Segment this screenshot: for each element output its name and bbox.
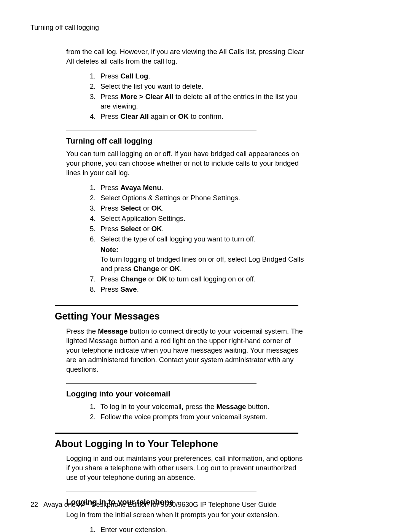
list-item-number: 4. <box>90 112 96 121</box>
list-item: 7.Press Change or OK to turn call loggin… <box>91 275 304 284</box>
section-body: You can turn call logging on or off. If … <box>66 149 304 295</box>
paragraph: from the call log. However, if you are v… <box>66 47 304 66</box>
list-item: 3.Press More > Clear All to delete all o… <box>91 92 304 111</box>
note-block: Note:To turn logging of bridged lines on… <box>100 245 304 274</box>
list-item-number: 1. <box>90 72 96 81</box>
list-item-number: 7. <box>90 275 96 284</box>
list-item-number: 1. <box>90 525 96 532</box>
list-item-number: 6. <box>90 235 96 244</box>
list-item-number: 4. <box>90 214 96 224</box>
document-page: Turning off call logging from the call l… <box>0 0 411 532</box>
list-item-text: Press Change or OK to turn call logging … <box>100 275 256 283</box>
list-item-text: Enter your extension. <box>100 526 167 532</box>
major-divider <box>55 433 298 434</box>
list-item-text: Press Clear All again or OK to confirm. <box>100 112 223 120</box>
list-item-text: To log in to your voicemail, press the M… <box>100 403 269 411</box>
ordered-list: 1.Press Call Log.2.Select the list you w… <box>91 72 304 121</box>
list-item-text: Press Call Log. <box>100 72 150 80</box>
divider <box>66 492 256 492</box>
list-item-text: Press More > Clear All to delete all of … <box>100 93 297 110</box>
list-item-text: Select the list you want to delete. <box>100 82 203 90</box>
list-item-text: Press Select or OK. <box>100 204 164 212</box>
list-item-number: 8. <box>90 285 96 294</box>
list-item-text: Press Select or OK. <box>100 225 164 233</box>
list-item-text: Select Application Settings. <box>100 214 185 222</box>
paragraph: Logging in and out maintains your prefer… <box>66 454 304 482</box>
list-item: 8.Press Save. <box>91 285 304 294</box>
list-item-number: 3. <box>90 92 96 102</box>
page-footer: 22 Avaya one-X™ Deskphone Edition for 96… <box>30 500 276 509</box>
list-item-text: Follow the voice prompts from your voice… <box>100 413 268 421</box>
list-item: 2.Select Options & Settings or Phone Set… <box>91 193 304 203</box>
note-body: To turn logging of bridged lines on or o… <box>100 255 304 274</box>
list-item: 1.Enter your extension. <box>91 525 304 532</box>
list-item: 2.Select the list you want to delete. <box>91 82 304 91</box>
divider <box>66 131 256 131</box>
page-number: 22 <box>30 501 38 508</box>
list-item: 1.Press Avaya Menu. <box>91 183 304 193</box>
note-label: Note: <box>100 245 304 255</box>
divider <box>66 383 256 384</box>
major-divider <box>55 305 298 306</box>
ordered-list: 1.Press Avaya Menu.2.Select Options & Se… <box>91 183 304 295</box>
list-item: 4.Press Clear All again or OK to confirm… <box>91 112 304 121</box>
paragraph: Press the Message button to connect dire… <box>66 327 304 374</box>
section-heading: About Logging In to Your Telephone <box>55 438 381 451</box>
list-item-text: Press Avaya Menu. <box>100 184 163 192</box>
list-item-number: 1. <box>90 183 96 193</box>
footer-text: Avaya one-X™ Deskphone Edition for 9630/… <box>43 501 276 508</box>
list-item: 1.To log in to your voicemail, press the… <box>91 402 304 412</box>
list-item-number: 5. <box>90 224 96 234</box>
section-body: Logging in and out maintains your prefer… <box>66 454 304 482</box>
list-item-text: Select the type of call logging you want… <box>100 235 256 243</box>
list-item-number: 1. <box>90 402 96 412</box>
paragraph: Log in from the initial screen when it p… <box>66 510 304 520</box>
section-body: Press the Message button to connect dire… <box>66 327 304 374</box>
paragraph: You can turn call logging on or off. If … <box>66 149 304 178</box>
section-body: Log in from the initial screen when it p… <box>66 510 304 532</box>
list-item: 2.Follow the voice prompts from your voi… <box>91 412 304 422</box>
subsection-heading: Logging into your voicemail <box>66 388 381 399</box>
list-item-number: 2. <box>90 193 96 203</box>
intro-top: from the call log. However, if you are v… <box>66 47 304 121</box>
section-body: 1.To log in to your voicemail, press the… <box>66 402 304 422</box>
list-item-number: 2. <box>90 412 96 422</box>
list-item-number: 2. <box>90 82 96 91</box>
list-item: 3.Press Select or OK. <box>91 204 304 213</box>
list-item-number: 3. <box>90 204 96 213</box>
list-item: 5.Press Select or OK. <box>91 224 304 234</box>
list-item: 4.Select Application Settings. <box>91 214 304 224</box>
subsection-heading: Turning off call logging <box>66 136 381 146</box>
section-heading: Getting Your Messages <box>55 310 381 323</box>
list-item-text: Select Options & Settings or Phone Setti… <box>100 194 240 202</box>
ordered-list: 1.To log in to your voicemail, press the… <box>91 402 304 422</box>
running-header: Turning off call logging <box>30 23 381 32</box>
ordered-list: 1.Enter your extension.2.Press Enter or … <box>91 525 304 532</box>
list-item-text: Press Save. <box>100 285 139 293</box>
list-item: 6.Select the type of call logging you wa… <box>91 235 304 274</box>
list-item: 1.Press Call Log. <box>91 72 304 81</box>
